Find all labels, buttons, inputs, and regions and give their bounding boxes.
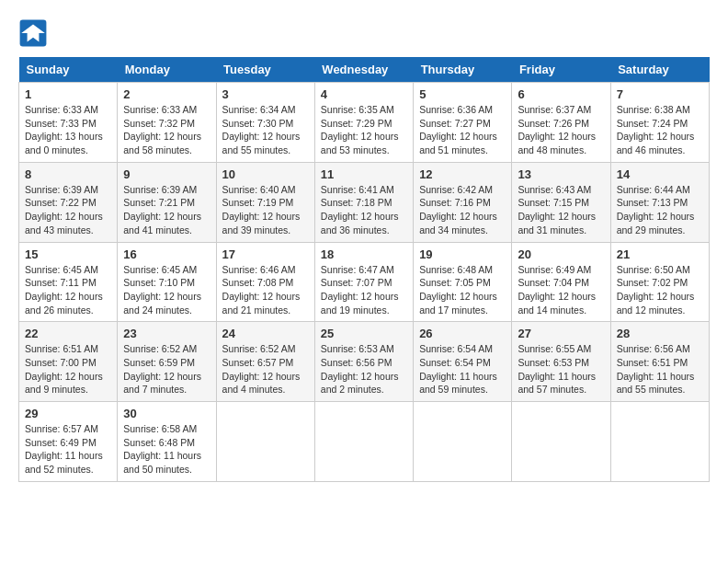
day-info: Sunrise: 6:58 AM Sunset: 6:48 PM Dayligh… [123,422,210,477]
calendar-cell: 9 Sunrise: 6:39 AM Sunset: 7:21 PM Dayli… [118,162,216,242]
day-number: 29 [25,407,111,420]
logo [18,18,51,48]
logo-icon [18,18,48,48]
calendar-week-row: 29 Sunrise: 6:57 AM Sunset: 6:49 PM Dayl… [19,402,710,482]
calendar-cell: 6 Sunrise: 6:37 AM Sunset: 7:26 PM Dayli… [512,83,610,163]
sunset-text: Sunset: 7:22 PM [25,197,97,208]
sunrise-text: Sunrise: 6:39 AM [25,184,98,195]
calendar-cell: 14 Sunrise: 6:44 AM Sunset: 7:13 PM Dayl… [610,162,709,242]
sunset-text: Sunset: 7:32 PM [123,118,195,129]
day-number: 2 [123,87,210,101]
daylight-text: Daylight: 12 hours and 34 minutes. [419,211,497,236]
day-info: Sunrise: 6:33 AM Sunset: 7:32 PM Dayligh… [123,103,210,157]
day-header-wednesday: Wednesday [314,57,413,83]
daylight-text: Daylight: 12 hours and 51 minutes. [419,131,497,155]
day-header-friday: Friday [512,57,610,83]
daylight-text: Daylight: 12 hours and 41 minutes. [123,211,201,236]
day-number: 24 [222,327,309,340]
daylight-text: Daylight: 11 hours and 57 minutes. [518,371,596,396]
sunset-text: Sunset: 6:54 PM [419,357,491,368]
day-number: 11 [321,167,407,181]
day-info: Sunrise: 6:55 AM Sunset: 6:53 PM Dayligh… [518,342,604,396]
sunset-text: Sunset: 7:11 PM [25,277,97,288]
daylight-text: Daylight: 12 hours and 21 minutes. [222,291,301,316]
daylight-text: Daylight: 12 hours and 24 minutes. [123,291,201,316]
sunset-text: Sunset: 7:00 PM [25,357,97,368]
sunset-text: Sunset: 6:56 PM [321,357,392,368]
daylight-text: Daylight: 12 hours and 19 minutes. [321,291,399,316]
daylight-text: Daylight: 12 hours and 12 minutes. [617,291,695,316]
calendar-header-row: SundayMondayTuesdayWednesdayThursdayFrid… [19,57,710,83]
daylight-text: Daylight: 12 hours and 39 minutes. [222,211,301,236]
sunset-text: Sunset: 7:26 PM [518,118,589,129]
day-number: 3 [222,87,309,101]
day-info: Sunrise: 6:45 AM Sunset: 7:10 PM Dayligh… [123,263,210,317]
daylight-text: Daylight: 12 hours and 46 minutes. [617,131,695,155]
day-info: Sunrise: 6:44 AM Sunset: 7:13 PM Dayligh… [617,183,703,237]
day-info: Sunrise: 6:45 AM Sunset: 7:11 PM Dayligh… [25,263,111,317]
daylight-text: Daylight: 12 hours and 36 minutes. [321,211,399,236]
calendar-cell: 27 Sunrise: 6:55 AM Sunset: 6:53 PM Dayl… [512,322,610,402]
day-number: 19 [419,247,506,261]
calendar-cell [414,402,512,482]
day-info: Sunrise: 6:42 AM Sunset: 7:16 PM Dayligh… [419,183,506,237]
calendar-cell: 28 Sunrise: 6:56 AM Sunset: 6:51 PM Dayl… [610,322,709,402]
day-number: 12 [419,167,506,181]
calendar-cell: 12 Sunrise: 6:42 AM Sunset: 7:16 PM Dayl… [414,162,512,242]
calendar-cell: 29 Sunrise: 6:57 AM Sunset: 6:49 PM Dayl… [19,402,118,482]
sunset-text: Sunset: 7:16 PM [419,197,491,208]
day-number: 8 [25,167,111,181]
calendar-cell: 24 Sunrise: 6:52 AM Sunset: 6:57 PM Dayl… [216,322,314,402]
sunset-text: Sunset: 7:02 PM [617,277,688,288]
day-header-saturday: Saturday [610,57,709,83]
sunrise-text: Sunrise: 6:43 AM [518,184,591,195]
sunset-text: Sunset: 6:48 PM [123,437,195,448]
sunset-text: Sunset: 7:07 PM [321,277,392,288]
calendar-cell: 3 Sunrise: 6:34 AM Sunset: 7:30 PM Dayli… [216,83,314,163]
calendar-cell: 8 Sunrise: 6:39 AM Sunset: 7:22 PM Dayli… [19,162,118,242]
day-info: Sunrise: 6:52 AM Sunset: 6:59 PM Dayligh… [123,342,210,396]
day-number: 18 [321,247,407,261]
sunrise-text: Sunrise: 6:52 AM [222,343,296,354]
daylight-text: Daylight: 13 hours and 0 minutes. [25,131,103,155]
sunset-text: Sunset: 7:05 PM [419,277,491,288]
calendar-cell: 19 Sunrise: 6:48 AM Sunset: 7:05 PM Dayl… [414,242,512,322]
day-header-monday: Monday [118,57,216,83]
calendar-cell: 10 Sunrise: 6:40 AM Sunset: 7:19 PM Dayl… [216,162,314,242]
daylight-text: Daylight: 12 hours and 43 minutes. [25,211,103,236]
day-info: Sunrise: 6:39 AM Sunset: 7:21 PM Dayligh… [123,183,210,237]
day-header-thursday: Thursday [414,57,512,83]
day-number: 25 [321,327,407,340]
sunset-text: Sunset: 7:10 PM [123,277,195,288]
sunrise-text: Sunrise: 6:35 AM [321,104,394,115]
sunset-text: Sunset: 7:29 PM [321,118,392,129]
day-number: 17 [222,247,309,261]
sunrise-text: Sunrise: 6:51 AM [25,343,98,354]
day-info: Sunrise: 6:56 AM Sunset: 6:51 PM Dayligh… [617,342,703,396]
day-number: 1 [25,87,111,101]
sunset-text: Sunset: 7:15 PM [518,197,589,208]
day-number: 13 [518,167,604,181]
day-info: Sunrise: 6:50 AM Sunset: 7:02 PM Dayligh… [617,263,703,317]
calendar-cell: 22 Sunrise: 6:51 AM Sunset: 7:00 PM Dayl… [19,322,118,402]
day-info: Sunrise: 6:57 AM Sunset: 6:49 PM Dayligh… [25,422,111,477]
day-number: 26 [419,327,506,340]
daylight-text: Daylight: 11 hours and 59 minutes. [419,371,497,396]
day-number: 30 [123,407,210,420]
sunrise-text: Sunrise: 6:53 AM [321,343,394,354]
sunrise-text: Sunrise: 6:50 AM [617,264,690,275]
sunrise-text: Sunrise: 6:38 AM [617,104,690,115]
day-number: 22 [25,327,111,340]
sunset-text: Sunset: 7:13 PM [617,197,688,208]
calendar-cell: 15 Sunrise: 6:45 AM Sunset: 7:11 PM Dayl… [19,242,118,322]
day-number: 4 [321,87,407,101]
calendar-cell: 18 Sunrise: 6:47 AM Sunset: 7:07 PM Dayl… [314,242,413,322]
sunrise-text: Sunrise: 6:58 AM [123,423,197,434]
sunset-text: Sunset: 7:27 PM [419,118,491,129]
calendar-cell [216,402,314,482]
day-number: 14 [617,167,703,181]
daylight-text: Daylight: 12 hours and 7 minutes. [123,371,201,396]
sunrise-text: Sunrise: 6:45 AM [123,264,197,275]
calendar-cell: 4 Sunrise: 6:35 AM Sunset: 7:29 PM Dayli… [314,83,413,163]
day-info: Sunrise: 6:54 AM Sunset: 6:54 PM Dayligh… [419,342,506,396]
